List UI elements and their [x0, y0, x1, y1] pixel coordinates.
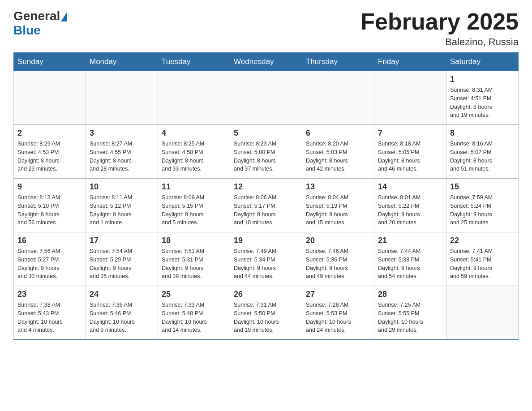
day-number: 19: [234, 236, 298, 245]
logo-line1: General: [13, 9, 67, 23]
day-info: Sunrise: 7:54 AM Sunset: 5:29 PM Dayligh…: [90, 247, 154, 281]
calendar-cell: 22Sunrise: 7:41 AM Sunset: 5:41 PM Dayli…: [446, 232, 519, 286]
calendar-cell: [230, 71, 302, 125]
calendar-table: SundayMondayTuesdayWednesdayThursdayFrid…: [13, 52, 519, 340]
day-number: 22: [450, 236, 515, 245]
calendar-week-row: 16Sunrise: 7:56 AM Sunset: 5:27 PM Dayli…: [14, 232, 519, 286]
day-number: 1: [450, 75, 515, 84]
calendar-cell: 21Sunrise: 7:44 AM Sunset: 5:38 PM Dayli…: [374, 232, 446, 286]
day-number: 3: [90, 128, 154, 138]
calendar-week-row: 2Sunrise: 8:29 AM Sunset: 4:53 PM Daylig…: [14, 125, 519, 179]
day-info: Sunrise: 8:06 AM Sunset: 5:17 PM Dayligh…: [234, 193, 298, 227]
day-number: 20: [306, 236, 370, 245]
calendar-cell: 1Sunrise: 8:31 AM Sunset: 4:51 PM Daylig…: [446, 71, 519, 125]
calendar-cell: [374, 71, 446, 125]
day-number: 16: [17, 236, 82, 245]
calendar-cell: 27Sunrise: 7:28 AM Sunset: 5:53 PM Dayli…: [302, 286, 374, 340]
day-number: 23: [17, 290, 82, 299]
day-number: 2: [17, 128, 82, 138]
calendar-cell: [86, 71, 158, 125]
calendar-week-row: 1Sunrise: 8:31 AM Sunset: 4:51 PM Daylig…: [14, 71, 519, 125]
calendar-cell: 6Sunrise: 8:20 AM Sunset: 5:03 PM Daylig…: [302, 125, 374, 179]
calendar-cell: 20Sunrise: 7:46 AM Sunset: 5:36 PM Dayli…: [302, 232, 374, 286]
calendar-cell: 26Sunrise: 7:31 AM Sunset: 5:50 PM Dayli…: [230, 286, 302, 340]
logo-blue-text: Blue: [13, 23, 41, 37]
day-number: 11: [162, 182, 226, 192]
calendar-cell: 14Sunrise: 8:01 AM Sunset: 5:22 PM Dayli…: [374, 179, 446, 232]
calendar-cell: 9Sunrise: 8:13 AM Sunset: 5:10 PM Daylig…: [14, 179, 86, 232]
day-number: 15: [450, 182, 515, 192]
calendar-cell: 5Sunrise: 8:23 AM Sunset: 5:00 PM Daylig…: [230, 125, 302, 179]
calendar-cell: 4Sunrise: 8:25 AM Sunset: 4:58 PM Daylig…: [158, 125, 230, 179]
calendar-cell: 25Sunrise: 7:33 AM Sunset: 5:48 PM Dayli…: [158, 286, 230, 340]
calendar-cell: 8Sunrise: 8:16 AM Sunset: 5:07 PM Daylig…: [446, 125, 519, 179]
day-number: 7: [378, 128, 442, 138]
day-number: 9: [17, 182, 82, 192]
calendar-cell: 2Sunrise: 8:29 AM Sunset: 4:53 PM Daylig…: [14, 125, 86, 179]
calendar-week-row: 23Sunrise: 7:38 AM Sunset: 5:43 PM Dayli…: [14, 286, 519, 340]
day-number: 21: [378, 236, 442, 245]
header-thursday: Thursday: [302, 53, 374, 71]
day-info: Sunrise: 7:25 AM Sunset: 5:55 PM Dayligh…: [378, 301, 442, 334]
day-info: Sunrise: 7:51 AM Sunset: 5:31 PM Dayligh…: [162, 247, 226, 281]
day-number: 5: [234, 128, 298, 138]
header-wednesday: Wednesday: [230, 53, 302, 71]
calendar-cell: 11Sunrise: 8:09 AM Sunset: 5:15 PM Dayli…: [158, 179, 230, 232]
calendar-cell: 15Sunrise: 7:59 AM Sunset: 5:24 PM Dayli…: [446, 179, 519, 232]
day-number: 12: [234, 182, 298, 192]
day-number: 14: [378, 182, 442, 192]
day-info: Sunrise: 8:13 AM Sunset: 5:10 PM Dayligh…: [17, 193, 82, 227]
day-info: Sunrise: 8:16 AM Sunset: 5:07 PM Dayligh…: [450, 140, 515, 173]
calendar-cell: [158, 71, 230, 125]
header-friday: Friday: [374, 53, 446, 71]
day-info: Sunrise: 7:38 AM Sunset: 5:43 PM Dayligh…: [17, 301, 82, 334]
day-info: Sunrise: 7:33 AM Sunset: 5:48 PM Dayligh…: [162, 301, 226, 334]
day-number: 18: [162, 236, 226, 245]
calendar-week-row: 9Sunrise: 8:13 AM Sunset: 5:10 PM Daylig…: [14, 179, 519, 232]
day-info: Sunrise: 7:46 AM Sunset: 5:36 PM Dayligh…: [306, 247, 370, 281]
day-number: 26: [234, 290, 298, 299]
calendar-cell: 28Sunrise: 7:25 AM Sunset: 5:55 PM Dayli…: [374, 286, 446, 340]
calendar-cell: 7Sunrise: 8:18 AM Sunset: 5:05 PM Daylig…: [374, 125, 446, 179]
day-info: Sunrise: 8:01 AM Sunset: 5:22 PM Dayligh…: [378, 193, 442, 227]
day-number: 8: [450, 128, 515, 138]
day-info: Sunrise: 7:31 AM Sunset: 5:50 PM Dayligh…: [234, 301, 298, 334]
day-info: Sunrise: 7:56 AM Sunset: 5:27 PM Dayligh…: [17, 247, 82, 281]
header-monday: Monday: [86, 53, 158, 71]
header-sunday: Sunday: [14, 53, 86, 71]
day-info: Sunrise: 8:23 AM Sunset: 5:00 PM Dayligh…: [234, 140, 298, 173]
day-info: Sunrise: 7:41 AM Sunset: 5:41 PM Dayligh…: [450, 247, 515, 281]
calendar-cell: [446, 286, 519, 340]
page-header: General Blue February 2025 Balezino, Rus…: [13, 9, 519, 48]
calendar-cell: 17Sunrise: 7:54 AM Sunset: 5:29 PM Dayli…: [86, 232, 158, 286]
calendar-cell: 13Sunrise: 8:04 AM Sunset: 5:19 PM Dayli…: [302, 179, 374, 232]
calendar-cell: [14, 71, 86, 125]
calendar-header-row: SundayMondayTuesdayWednesdayThursdayFrid…: [14, 53, 519, 71]
day-info: Sunrise: 8:31 AM Sunset: 4:51 PM Dayligh…: [450, 86, 515, 120]
calendar-cell: 12Sunrise: 8:06 AM Sunset: 5:17 PM Dayli…: [230, 179, 302, 232]
logo-blue-line: Blue: [13, 23, 41, 38]
day-number: 25: [162, 290, 226, 299]
title-section: February 2025 Balezino, Russia: [360, 9, 519, 48]
day-info: Sunrise: 7:49 AM Sunset: 5:34 PM Dayligh…: [234, 247, 298, 281]
day-info: Sunrise: 8:18 AM Sunset: 5:05 PM Dayligh…: [378, 140, 442, 173]
calendar-cell: [302, 71, 374, 125]
calendar-cell: 16Sunrise: 7:56 AM Sunset: 5:27 PM Dayli…: [14, 232, 86, 286]
day-info: Sunrise: 7:36 AM Sunset: 5:46 PM Dayligh…: [90, 301, 154, 334]
calendar-cell: 23Sunrise: 7:38 AM Sunset: 5:43 PM Dayli…: [14, 286, 86, 340]
day-info: Sunrise: 8:27 AM Sunset: 4:55 PM Dayligh…: [90, 140, 154, 173]
day-number: 10: [90, 182, 154, 192]
logo-triangle-icon: [61, 13, 67, 21]
day-number: 24: [90, 290, 154, 299]
header-saturday: Saturday: [446, 53, 519, 71]
day-info: Sunrise: 8:11 AM Sunset: 5:12 PM Dayligh…: [90, 193, 154, 227]
day-number: 4: [162, 128, 226, 138]
day-info: Sunrise: 8:20 AM Sunset: 5:03 PM Dayligh…: [306, 140, 370, 173]
day-number: 6: [306, 128, 370, 138]
calendar-cell: 19Sunrise: 7:49 AM Sunset: 5:34 PM Dayli…: [230, 232, 302, 286]
calendar-cell: 3Sunrise: 8:27 AM Sunset: 4:55 PM Daylig…: [86, 125, 158, 179]
day-info: Sunrise: 8:29 AM Sunset: 4:53 PM Dayligh…: [17, 140, 82, 173]
day-number: 17: [90, 236, 154, 245]
day-info: Sunrise: 7:28 AM Sunset: 5:53 PM Dayligh…: [306, 301, 370, 334]
day-info: Sunrise: 7:44 AM Sunset: 5:38 PM Dayligh…: [378, 247, 442, 281]
